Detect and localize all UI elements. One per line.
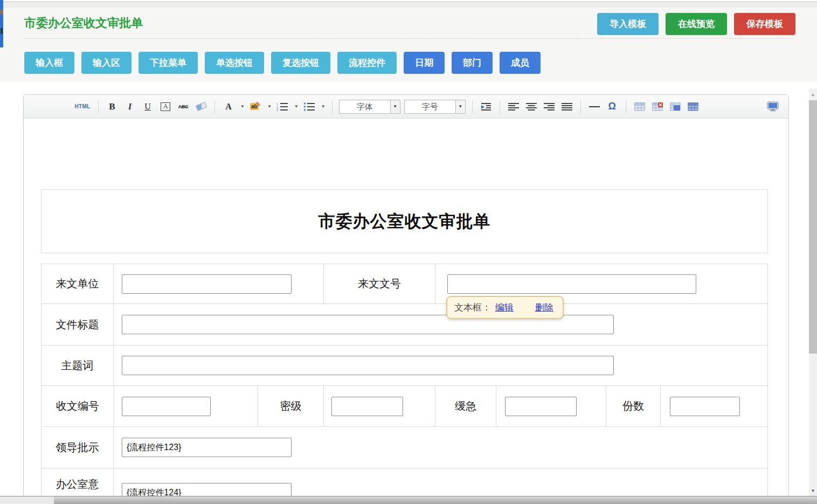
table-cell xyxy=(113,346,768,385)
label-urgency: 缓急 xyxy=(435,386,496,426)
toolbar-separator xyxy=(214,100,215,113)
table-properties-icon[interactable] xyxy=(686,100,700,114)
unordered-list-icon[interactable] xyxy=(302,100,316,114)
window-bottom-edge xyxy=(0,496,817,504)
align-left-icon[interactable] xyxy=(507,100,521,114)
background-icon-fragment xyxy=(1,10,3,15)
font-family-caret-icon[interactable]: ▼ xyxy=(390,100,400,113)
control-process-control-button[interactable]: 流程控件 xyxy=(337,52,397,74)
label-file-title: 文件标题 xyxy=(41,304,113,345)
toolbar-separator xyxy=(472,100,473,113)
urgency-input[interactable] xyxy=(505,397,577,416)
document-number-input[interactable] xyxy=(447,274,696,294)
control-dropdown-menu-button[interactable]: 下拉菜单 xyxy=(139,52,198,74)
table-cell xyxy=(113,427,768,468)
tooltip-type-label: 文本框： xyxy=(454,301,491,314)
window-top-edge xyxy=(0,0,817,2)
form-title-cell: 市委办公室收文审批单 xyxy=(41,189,768,253)
label-source-unit: 来文单位 xyxy=(41,264,113,303)
html-source-icon[interactable]: HTML xyxy=(73,100,92,114)
leader-instructions-input[interactable] xyxy=(122,438,292,457)
label-leader-instructions: 领导批示 xyxy=(41,427,113,468)
toolbar-separator xyxy=(580,100,581,113)
table-row: 来文单位 来文文号 xyxy=(41,264,767,304)
insert-table-icon[interactable] xyxy=(633,100,647,114)
control-department-button[interactable]: 部门 xyxy=(452,52,493,74)
control-member-button[interactable]: 成员 xyxy=(500,52,541,74)
label-copies: 份数 xyxy=(606,386,660,426)
toolbar-separator xyxy=(626,100,626,113)
save-template-button[interactable]: 保存模板 xyxy=(734,13,795,35)
scrollbar-thumb[interactable] xyxy=(809,100,817,354)
eraser-icon[interactable] xyxy=(194,100,208,114)
indent-icon[interactable] xyxy=(479,100,493,114)
copies-input[interactable] xyxy=(670,397,740,416)
control-checkbox-button[interactable]: 复选按钮 xyxy=(271,52,330,74)
ordered-list-caret-icon[interactable]: ▼ xyxy=(294,104,299,109)
font-color-caret-icon[interactable]: ▼ xyxy=(240,104,245,109)
align-right-icon[interactable] xyxy=(542,100,556,114)
font-family-label: 字体 xyxy=(340,100,390,113)
window-top-strip xyxy=(0,3,817,8)
align-justify-icon[interactable] xyxy=(560,100,574,114)
delete-link[interactable]: 删除 xyxy=(535,301,553,314)
svg-text:3: 3 xyxy=(276,108,278,111)
editor-toolbar: HTML B I U A ABC A▼ ab✎▼ 123 ▼ ▼ 字体 ▼ 字号… xyxy=(24,95,788,119)
fullscreen-icon[interactable] xyxy=(766,100,780,114)
scrollbar-down-arrow-icon[interactable]: ▼ xyxy=(809,485,817,496)
label-subject-words: 主题词 xyxy=(41,346,113,385)
control-input-area-button[interactable]: 输入区 xyxy=(81,52,131,74)
toolbar-separator xyxy=(332,100,333,113)
table-cell xyxy=(660,386,768,426)
font-color-icon[interactable]: A xyxy=(221,100,236,114)
font-size-select[interactable]: 字号 ▼ xyxy=(404,100,466,114)
align-center-icon[interactable] xyxy=(524,100,538,114)
delete-table-icon[interactable] xyxy=(650,100,664,114)
font-size-caret-icon[interactable]: ▼ xyxy=(455,100,465,113)
page-title: 市委办公室收文审批单 xyxy=(24,15,143,31)
font-family-select[interactable]: 字体 ▼ xyxy=(339,100,400,114)
control-input-box-button[interactable]: 输入框 xyxy=(24,52,74,74)
highlight-caret-icon[interactable]: ▼ xyxy=(267,104,272,109)
control-palette: 输入框 输入区 下拉菜单 单选按钮 复选按钮 流程控件 日期 部门 成员 xyxy=(24,52,541,74)
underline-icon[interactable]: U xyxy=(141,100,155,114)
subject-words-input[interactable] xyxy=(122,356,614,375)
form-title: 市委办公室收文审批单 xyxy=(319,210,491,233)
label-receipt-number: 收文编号 xyxy=(41,386,114,426)
import-template-button[interactable]: 导入模板 xyxy=(597,13,659,35)
toolbar-separator xyxy=(98,100,99,113)
label-security-level: 密级 xyxy=(258,386,323,426)
ordered-list-icon[interactable]: 123 xyxy=(275,100,289,114)
table-cell xyxy=(113,304,768,345)
control-date-button[interactable]: 日期 xyxy=(404,52,445,74)
online-preview-button[interactable]: 在线预览 xyxy=(666,13,727,35)
table-cell xyxy=(496,386,606,426)
background-window-sliver xyxy=(0,0,3,47)
cell-properties-icon[interactable] xyxy=(668,100,682,114)
table-row: 主题词 xyxy=(41,346,767,386)
header-band: 市委办公室收文审批单 导入模板 在线预览 保存模板 输入框 输入区 下拉菜单 单… xyxy=(0,3,817,82)
special-character-icon[interactable]: Ω xyxy=(605,100,619,114)
highlight-icon[interactable]: ab✎ xyxy=(248,100,262,114)
strikethrough-icon[interactable]: ABC xyxy=(176,100,190,114)
label-document-number: 来文文号 xyxy=(323,264,435,303)
dashed-divider xyxy=(24,38,793,39)
background-icon-fragment xyxy=(1,28,3,34)
bold-icon[interactable]: B xyxy=(105,100,119,114)
boxed-a-icon[interactable]: A xyxy=(158,100,172,114)
table-row: 文件标题 xyxy=(41,304,767,346)
receipt-number-input[interactable] xyxy=(122,397,211,416)
security-level-input[interactable] xyxy=(331,397,403,416)
italic-icon[interactable]: I xyxy=(123,100,137,114)
source-unit-input[interactable] xyxy=(122,274,292,294)
table-row: 收文编号 密级 缓急 份数 xyxy=(41,386,767,427)
horizontal-rule-icon[interactable] xyxy=(587,100,601,114)
scrollbar-up-arrow-icon[interactable]: ▲ xyxy=(809,89,817,100)
font-size-label: 字号 xyxy=(405,100,455,113)
control-radio-button[interactable]: 单选按钮 xyxy=(205,52,264,74)
vertical-scrollbar[interactable]: ▲ ▼ xyxy=(809,89,817,496)
form-table: 来文单位 来文文号 文件标题 主题词 收文编号 密 xyxy=(41,264,768,504)
toolbar-separator xyxy=(500,100,500,113)
edit-link[interactable]: 编辑 xyxy=(495,301,514,314)
unordered-list-caret-icon[interactable]: ▼ xyxy=(321,104,326,109)
